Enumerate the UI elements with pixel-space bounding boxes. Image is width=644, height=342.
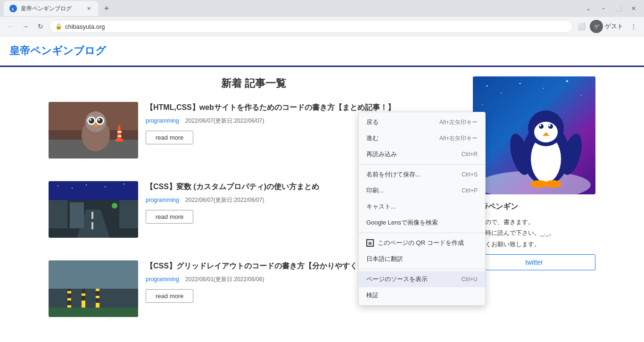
svg-rect-20 xyxy=(91,222,93,229)
article-date-2: 2022/06/07(更新日:2022/06/07) xyxy=(185,197,264,203)
ctx-divider-3 xyxy=(359,269,485,269)
page-content: 皇帝ペンギンブログ 新着 記事一覧 xyxy=(0,36,644,342)
sidebar-penguin-image xyxy=(473,76,595,194)
svg-rect-44 xyxy=(96,291,99,296)
svg-rect-40 xyxy=(82,289,85,293)
svg-point-51 xyxy=(520,83,521,84)
svg-rect-41 xyxy=(82,296,85,300)
lock-icon: 🔒 xyxy=(55,23,62,30)
ctx-qr-code[interactable]: ▦ このページの QR コードを作成 xyxy=(359,235,485,251)
article-category-3: programming xyxy=(146,276,179,283)
tab-controls: ⌄ − ⬜ ✕ xyxy=(582,2,640,15)
svg-point-30 xyxy=(124,184,124,184)
svg-rect-45 xyxy=(96,298,99,303)
minimize-tabs-button[interactable]: ⌄ xyxy=(582,2,595,15)
ctx-forward[interactable]: 進む Alt+右矢印キー xyxy=(359,130,485,146)
svg-rect-19 xyxy=(91,212,93,219)
sidebar-description: 暇なので、書きます。 暇な時に読んで下さい。_._。 宜しくお願い致します。 xyxy=(473,217,595,250)
window-close-button[interactable]: ✕ xyxy=(627,2,640,15)
svg-rect-47 xyxy=(49,308,138,317)
twitter-button[interactable]: twitter xyxy=(473,254,595,270)
address-bar: ← → ↻ 🔒 chibasyuta.org ⬜ ゲ ゲスト ⋮ xyxy=(0,17,644,36)
active-tab[interactable]: 🐧 皇帝ペンギンブログ ✕ xyxy=(4,1,98,16)
read-more-button-3[interactable]: read more xyxy=(146,289,193,303)
svg-rect-14 xyxy=(117,131,122,133)
section-title: 新着 記事一覧 xyxy=(49,76,459,91)
site-header: 皇帝ペンギンブログ xyxy=(0,36,644,67)
window-minimize-button[interactable]: − xyxy=(597,2,610,15)
ctx-back[interactable]: 戻る Alt+左矢印キー xyxy=(359,114,485,130)
new-tab-button[interactable]: + xyxy=(100,2,113,15)
ctx-divider-2 xyxy=(359,233,485,233)
ctx-reload[interactable]: 再読み込み Ctrl+R xyxy=(359,146,485,162)
article-category-1: programming xyxy=(146,117,179,124)
svg-point-53 xyxy=(566,80,568,82)
svg-point-24 xyxy=(112,203,117,209)
svg-point-67 xyxy=(539,125,541,126)
url-text: chibasyuta.org xyxy=(65,23,567,30)
back-button[interactable]: ← xyxy=(4,20,17,33)
ctx-view-source[interactable]: ページのソースを表示 Ctrl+U xyxy=(359,271,485,287)
sidebar-author-name: 皇帝ペンギン xyxy=(473,202,595,212)
site-title: 皇帝ペンギンブログ xyxy=(9,44,635,58)
svg-rect-25 xyxy=(49,181,138,200)
ctx-cast[interactable]: キャスト... xyxy=(359,199,485,215)
tab-bar: 🐧 皇帝ペンギンブログ ✕ + ⌄ − ⬜ ✕ xyxy=(0,0,644,17)
svg-point-54 xyxy=(581,95,582,96)
article-image-1 xyxy=(49,102,138,158)
profile-label: ゲスト xyxy=(605,22,623,31)
svg-point-68 xyxy=(549,125,551,126)
svg-point-29 xyxy=(105,186,106,187)
window-restore-button[interactable]: ⬜ xyxy=(612,2,625,15)
svg-point-9 xyxy=(90,119,91,121)
tab-title: 皇帝ペンギンブログ xyxy=(21,5,81,13)
svg-rect-15 xyxy=(118,135,121,137)
svg-point-73 xyxy=(545,180,561,188)
ctx-save[interactable]: 名前を付けて保存... Ctrl+S xyxy=(359,167,485,183)
article-image-3 xyxy=(49,260,138,317)
chrome-menu-button[interactable]: ⋮ xyxy=(627,20,640,33)
article-image-2 xyxy=(49,181,138,238)
svg-point-8 xyxy=(97,118,103,124)
tab-close-button[interactable]: ✕ xyxy=(85,5,92,12)
qr-icon: ▦ xyxy=(366,239,374,247)
article-category-2: programming xyxy=(146,197,179,203)
svg-rect-13 xyxy=(116,139,123,142)
ctx-inspect[interactable]: 検証 xyxy=(359,287,485,303)
browser-chrome: 🐧 皇帝ペンギンブログ ✕ + ⌄ − ⬜ ✕ ← → ↻ 🔒 chibasyu… xyxy=(0,0,644,36)
forward-button[interactable]: → xyxy=(19,20,32,33)
svg-point-55 xyxy=(482,104,483,105)
svg-point-52 xyxy=(543,88,544,89)
ctx-divider-1 xyxy=(359,164,485,165)
svg-rect-22 xyxy=(70,202,84,228)
svg-point-28 xyxy=(86,184,87,185)
svg-point-49 xyxy=(487,85,488,87)
svg-point-65 xyxy=(539,124,544,129)
ctx-google-lens[interactable]: Google Lensで画像を検索 xyxy=(359,215,485,231)
read-more-button-1[interactable]: read more xyxy=(146,131,193,144)
sidebar-toggle-button[interactable]: ⬜ xyxy=(575,20,588,33)
main-layout: 新着 記事一覧 xyxy=(39,67,605,342)
svg-point-50 xyxy=(501,92,502,93)
sidebar: 皇帝ペンギン 暇なので、書きます。 暇な時に読んで下さい。_._。 宜しくお願い… xyxy=(473,76,595,340)
profile-button[interactable]: ゲ xyxy=(590,20,603,33)
read-more-button-2[interactable]: read more xyxy=(146,210,193,224)
refresh-button[interactable]: ↻ xyxy=(34,20,47,33)
url-bar[interactable]: 🔒 chibasyuta.org xyxy=(49,20,573,33)
article-date-1: 2022/06/07(更新日:2022/06/07) xyxy=(185,117,264,124)
article-date-3: 2022/06/01(更新日:2022/06/06) xyxy=(185,276,264,283)
sidebar-author-section: 皇帝ペンギン 暇なので、書きます。 暇な時に読んで下さい。_._。 宜しくお願い… xyxy=(473,202,595,270)
svg-point-66 xyxy=(548,124,553,129)
context-menu[interactable]: 戻る Alt+左矢印キー 進む Alt+右矢印キー 再読み込み Ctrl+R 名… xyxy=(358,112,486,306)
svg-rect-21 xyxy=(49,195,67,228)
svg-rect-37 xyxy=(67,300,71,305)
tab-favicon: 🐧 xyxy=(9,5,17,12)
svg-rect-46 xyxy=(49,260,138,289)
svg-point-26 xyxy=(58,185,58,186)
ctx-print[interactable]: 印刷... Ctrl+P xyxy=(359,183,485,199)
svg-point-10 xyxy=(98,119,100,121)
ctx-translate[interactable]: 日本語に翻訳 xyxy=(359,251,485,267)
svg-point-27 xyxy=(72,188,73,189)
svg-rect-36 xyxy=(67,293,71,298)
svg-point-7 xyxy=(89,118,94,124)
